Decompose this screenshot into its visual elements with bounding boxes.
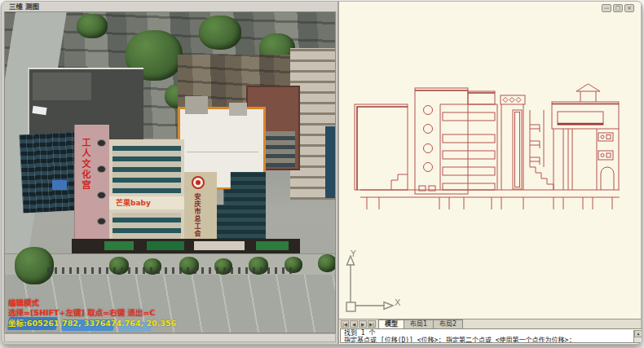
aerial-photo-viewport[interactable]: 安庆市总工会 工人文化宫 芒果baby	[4, 11, 336, 333]
minimize-icon[interactable]: —	[602, 4, 611, 12]
restore-icon[interactable]: □	[613, 4, 623, 12]
tab-nav-first-icon[interactable]: |◀	[341, 320, 349, 328]
tab-nav-last-icon[interactable]: ▶|	[368, 320, 376, 328]
scroll-up-icon[interactable]: ▲	[634, 330, 642, 337]
app-window: 三维 测图	[1, 1, 642, 345]
cad-pane: — □ ×	[337, 2, 642, 344]
photo-pane-statusbar	[4, 333, 336, 342]
tab-nav-next-icon[interactable]: ▶	[359, 320, 367, 328]
storefront-band	[72, 239, 300, 253]
shop-sign	[104, 241, 134, 250]
coordinate-readout: 坐标:605261.782, 3376474.764, 20.356	[8, 317, 176, 328]
command-scrollbar[interactable]: ▲	[633, 330, 642, 343]
layout-tabs-bar: |◀ ◀ ▶ ▶| 模型 布局1 布局2	[339, 319, 641, 328]
porthole-window	[97, 192, 106, 199]
rooftop-shed	[229, 103, 247, 116]
union-emblem-icon	[192, 176, 205, 189]
photo-pane: 三维 测图	[2, 2, 337, 344]
tab-model[interactable]: 模型	[378, 319, 404, 328]
porthole-window	[97, 218, 106, 225]
porthole-window	[97, 139, 106, 147]
blue-tarp	[52, 180, 67, 190]
y-axis-label: Y	[351, 249, 356, 259]
street-tree	[15, 247, 54, 284]
roof-seam	[187, 152, 258, 152]
store-sign: 芒果baby	[109, 196, 184, 209]
shop-sign	[194, 241, 245, 250]
tab-nav-prev-icon[interactable]: ◀	[350, 320, 358, 328]
street-tree	[318, 254, 336, 272]
command-line[interactable]: 找到 1 个 指定基点或 [位移(D)] <位移>: 指定第二个点或 <使用第一…	[340, 328, 642, 343]
tree	[77, 14, 108, 38]
shop-sign	[256, 241, 289, 250]
window-grid	[112, 146, 181, 193]
x-axis-label: X	[395, 297, 401, 308]
close-icon[interactable]: ×	[624, 4, 634, 12]
shop-sign	[147, 241, 184, 250]
union-sign: 安庆市总工会	[192, 193, 201, 237]
tab-layout1[interactable]: 布局1	[404, 319, 434, 328]
photo-pane-title: 三维 测图	[2, 2, 337, 11]
tab-nav-buttons: |◀ ◀ ▶ ▶|	[339, 319, 378, 328]
cream-building: 芒果baby	[109, 139, 184, 247]
rooftop-shed	[185, 96, 208, 114]
parked-scooters	[47, 267, 297, 274]
desktop-background: 三维 测图	[0, 0, 644, 348]
pink-tower: 工人文化宫	[74, 125, 109, 244]
tower-sign: 工人文化宫	[78, 138, 91, 191]
mouse-hint-label: 选择=[SHIFT+左键] 取点=右键 退出=C	[8, 306, 155, 318]
tree	[199, 15, 241, 50]
command-prompt-line: 指定基点或 [位移(D)] <位移>: 指定第二个点或 <使用第一个点作为位移>…	[344, 337, 631, 344]
tab-layout2[interactable]: 布局2	[433, 319, 463, 328]
porthole-window	[97, 165, 106, 173]
document-window-controls: — □ ×	[602, 4, 634, 12]
cad-elevation-drawing[interactable]	[351, 81, 629, 217]
